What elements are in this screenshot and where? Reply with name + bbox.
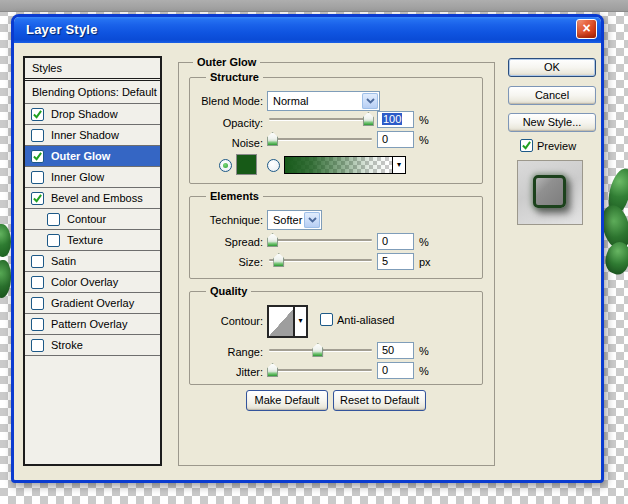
styles-list-item[interactable]: Inner Glow [25,167,160,188]
blend-mode-select[interactable]: Normal [267,91,380,111]
style-checkbox[interactable] [31,339,44,352]
size-label: Size: [190,256,263,268]
style-checkbox[interactable] [47,213,60,226]
style-item-label: Drop Shadow [51,108,118,120]
cancel-button[interactable]: Cancel [508,86,596,105]
technique-label: Technique: [190,214,263,226]
styles-list-item[interactable]: Texture [25,230,160,251]
slider-thumb[interactable] [267,363,278,377]
styles-list-item[interactable]: Blending Options: Default [25,81,160,104]
styles-list-item[interactable]: Inner Shadow [25,125,160,146]
style-item-label: Texture [67,234,103,246]
preview-label: Preview [537,140,576,152]
slider-thumb[interactable] [363,112,374,126]
slider-track[interactable] [269,369,372,371]
opacity-input[interactable]: 100 [377,111,414,128]
ok-button[interactable]: OK [508,58,596,77]
slider-track[interactable] [269,259,372,261]
slider-thumb[interactable] [273,253,284,267]
style-checkbox[interactable] [31,108,44,121]
gradient-picker[interactable]: ▾ [284,156,406,174]
style-checkbox[interactable] [31,150,44,163]
style-checkbox[interactable] [31,129,44,142]
slider-track[interactable] [269,239,372,241]
blend-mode-value: Normal [273,95,308,107]
spread-unit: % [419,236,429,248]
style-item-label: Gradient Overlay [51,297,134,309]
styles-list-item[interactable]: Satin [25,251,160,272]
contour-picker[interactable]: ▾ [267,305,308,338]
chevron-down-icon[interactable] [362,93,378,109]
styles-list-item[interactable]: Color Overlay [25,272,160,293]
spread-input[interactable]: 0 [377,233,414,250]
dropdown-arrow-icon[interactable]: ▾ [293,307,306,336]
background-artwork-right [601,239,628,277]
style-checkbox[interactable] [31,318,44,331]
style-item-label: Color Overlay [51,276,118,288]
style-item-label: Pattern Overlay [51,318,127,330]
contour-label: Contour: [190,315,263,327]
jitter-slider[interactable] [269,363,372,378]
slider-track[interactable] [269,138,372,140]
noise-slider[interactable] [269,132,372,147]
antialiased-label: Anti-aliased [337,314,394,326]
styles-list-item[interactable]: Stroke [25,335,160,356]
structure-group-title: Structure [206,71,263,83]
slider-thumb[interactable] [312,343,323,357]
close-icon[interactable]: × [576,19,597,39]
range-input[interactable]: 50 [377,342,414,359]
make-default-button[interactable]: Make Default [246,390,328,411]
jitter-input[interactable]: 0 [377,362,414,379]
blend-mode-label: Blend Mode: [190,95,263,107]
dropdown-arrow-icon[interactable]: ▾ [392,157,405,173]
styles-list-item[interactable]: Gradient Overlay [25,293,160,314]
opacity-label: Opacity: [190,117,263,129]
style-preview-tile [517,160,583,225]
style-item-label: Styles [32,62,62,74]
spread-slider[interactable] [269,233,372,248]
size-slider[interactable] [269,253,372,268]
glow-color-swatch[interactable] [236,154,257,175]
dialog-titlebar[interactable]: Layer Style × [14,17,601,43]
style-item-label: Outer Glow [51,150,110,162]
slider-thumb[interactable] [267,233,278,247]
color-radio[interactable] [219,159,232,172]
app-toolbar-edge [0,0,628,12]
style-checkbox[interactable] [47,234,60,247]
layer-style-dialog: Layer Style × StylesBlending Options: De… [11,14,604,483]
new-style-button[interactable]: New Style... [508,113,596,132]
styles-list-item[interactable]: Bevel and Emboss [25,188,160,209]
opacity-slider[interactable] [269,112,372,127]
technique-select[interactable]: Softer [267,210,322,230]
gradient-preview[interactable] [285,157,393,173]
range-slider[interactable] [269,343,372,358]
size-input[interactable]: 5 [377,253,414,270]
styles-list-item[interactable]: Drop Shadow [25,104,160,125]
gradient-radio[interactable] [267,159,280,172]
style-checkbox[interactable] [31,171,44,184]
style-checkbox[interactable] [31,192,44,205]
styles-list-item[interactable]: Pattern Overlay [25,314,160,335]
noise-input[interactable]: 0 [377,131,414,148]
photoshop-canvas-background: Layer Style × StylesBlending Options: De… [0,0,628,504]
style-checkbox[interactable] [31,297,44,310]
style-preview-thumbnail [533,175,566,208]
quality-group: Quality Contour: ▾ Anti-aliased Range: 5… [189,291,483,385]
styles-list-item[interactable]: Outer Glow [25,146,160,167]
preview-checkbox[interactable] [520,139,533,152]
noise-label: Noise: [190,137,263,149]
slider-track[interactable] [269,118,372,120]
reset-to-default-button[interactable]: Reset to Default [333,390,426,411]
style-item-label: Inner Glow [51,171,104,183]
styles-list-item[interactable]: Contour [25,209,160,230]
antialiased-checkbox[interactable] [320,313,333,326]
style-checkbox[interactable] [31,276,44,289]
contour-thumbnail[interactable] [269,307,295,336]
preview-option: Preview [520,139,576,152]
technique-value: Softer [273,214,302,226]
style-checkbox[interactable] [31,255,44,268]
slider-thumb[interactable] [267,132,278,146]
chevron-down-icon[interactable] [304,212,320,228]
style-item-label: Blending Options: Default [32,86,157,98]
styles-list-header: Styles [25,58,160,81]
